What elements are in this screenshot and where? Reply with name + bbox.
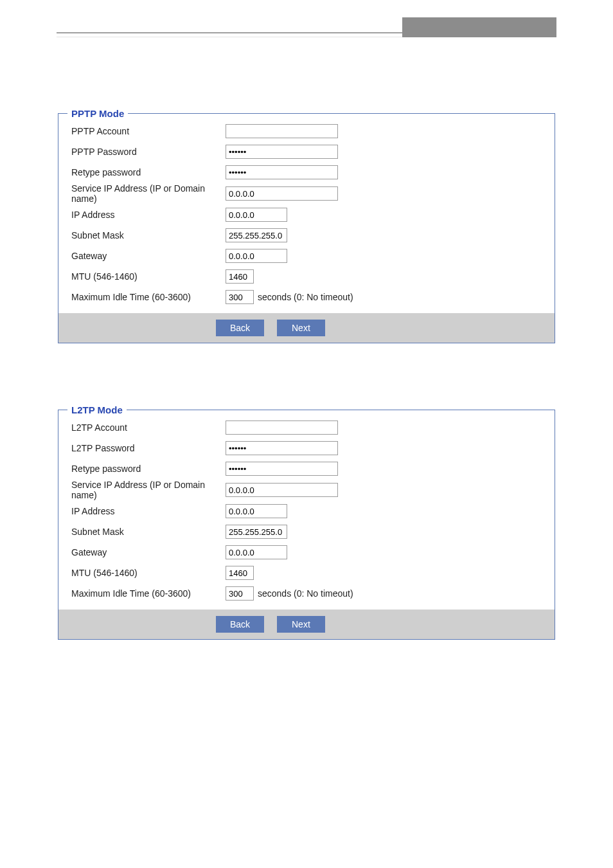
l2tp-subnet-input[interactable] [226, 525, 287, 539]
l2tp-ip-input[interactable] [226, 504, 287, 518]
l2tp-button-bar: Back Next [58, 610, 555, 639]
l2tp-gateway-label: Gateway [71, 547, 226, 557]
pptp-ip-label: IP Address [71, 210, 226, 220]
pptp-retype-input[interactable] [226, 165, 338, 179]
pptp-subnet-input[interactable] [226, 228, 287, 242]
pptp-ip-input[interactable] [226, 208, 287, 222]
pptp-password-input[interactable] [226, 145, 338, 159]
pptp-service-ip-label: Service IP Address (IP or Domain name) [71, 183, 226, 204]
pptp-legend: PPTP Mode [67, 108, 128, 119]
pptp-subnet-label: Subnet Mask [71, 230, 226, 240]
pptp-button-bar: Back Next [58, 313, 555, 343]
pptp-service-ip-input[interactable] [226, 186, 338, 201]
pptp-idle-suffix: seconds (0: No timeout) [258, 292, 353, 302]
l2tp-legend: L2TP Mode [67, 404, 127, 415]
l2tp-mtu-input[interactable] [226, 566, 254, 580]
pptp-retype-label: Retype password [71, 167, 226, 177]
l2tp-account-label: L2TP Account [71, 422, 226, 433]
pptp-gateway-input[interactable] [226, 249, 287, 263]
pptp-password-label: PPTP Password [71, 147, 226, 157]
l2tp-retype-label: Retype password [71, 464, 226, 474]
l2tp-service-ip-label: Service IP Address (IP or Domain name) [71, 480, 226, 500]
pptp-max-idle-input[interactable] [226, 290, 254, 304]
l2tp-subnet-label: Subnet Mask [71, 527, 226, 537]
l2tp-retype-input[interactable] [226, 462, 338, 476]
l2tp-mtu-label: MTU (546-1460) [71, 568, 226, 578]
pptp-gateway-label: Gateway [71, 251, 226, 261]
pptp-account-input[interactable] [226, 124, 338, 138]
l2tp-max-idle-input[interactable] [226, 586, 254, 601]
pptp-mtu-input[interactable] [226, 269, 254, 284]
l2tp-idle-suffix: seconds (0: No timeout) [258, 588, 353, 599]
pptp-max-idle-label: Maximum Idle Time (60-3600) [71, 292, 226, 302]
header-dark-block [402, 17, 556, 37]
header-band [0, 0, 613, 32]
l2tp-ip-label: IP Address [71, 506, 226, 516]
l2tp-service-ip-input[interactable] [226, 483, 338, 497]
l2tp-account-input[interactable] [226, 420, 338, 435]
pptp-account-label: PPTP Account [71, 126, 226, 136]
pptp-mode-fieldset: PPTP Mode PPTP Account PPTP Password Ret… [58, 108, 555, 343]
l2tp-password-label: L2TP Password [71, 443, 226, 453]
l2tp-mode-fieldset: L2TP Mode L2TP Account L2TP Password Ret… [58, 404, 555, 640]
l2tp-next-button[interactable]: Next [277, 616, 325, 633]
pptp-next-button[interactable]: Next [277, 320, 325, 336]
l2tp-max-idle-label: Maximum Idle Time (60-3600) [71, 588, 226, 599]
pptp-mtu-label: MTU (546-1460) [71, 271, 226, 282]
pptp-back-button[interactable]: Back [216, 320, 264, 336]
l2tp-back-button[interactable]: Back [216, 616, 264, 633]
l2tp-gateway-input[interactable] [226, 545, 287, 559]
l2tp-password-input[interactable] [226, 441, 338, 455]
